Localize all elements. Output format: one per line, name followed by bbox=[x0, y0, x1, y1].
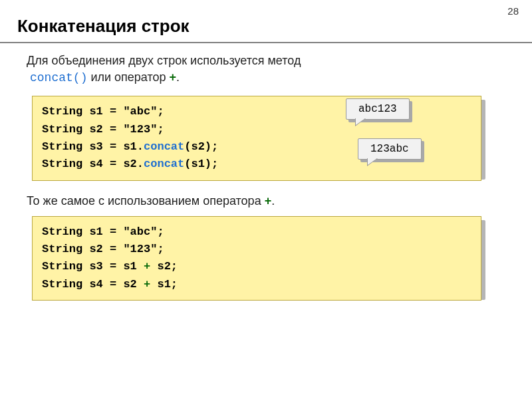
code1-l3a: String s3 = s1. bbox=[42, 140, 144, 153]
callout-1-text: abc123 bbox=[358, 103, 397, 115]
code1-l2a: String s2 = bbox=[42, 123, 123, 136]
code2-l4b: + bbox=[144, 278, 150, 291]
callout-output-2: 123abc bbox=[358, 138, 422, 160]
mid-period: . bbox=[271, 194, 275, 207]
code1-l2c: ; bbox=[157, 123, 164, 136]
code2-l3a: String s3 = s1 bbox=[42, 260, 144, 273]
page-number: 28 bbox=[507, 5, 519, 17]
slide-title: Конкатенация строк bbox=[0, 0, 532, 42]
code2-l1c: ; bbox=[157, 225, 164, 238]
mid-plus-operator: + bbox=[265, 194, 272, 207]
code2-l2c: ; bbox=[157, 243, 164, 255]
code1-l1a: String s1 = bbox=[42, 105, 123, 118]
callout-2-text: 123abc bbox=[370, 143, 409, 155]
code2-l1a: String s1 = bbox=[42, 225, 123, 238]
code2-l4c: s1; bbox=[150, 278, 178, 291]
code2-l4a: String s4 = s2 bbox=[42, 278, 144, 291]
code2-l3c: s2; bbox=[150, 260, 178, 273]
mid-text-part1: То же самое с использованием оператора bbox=[27, 194, 265, 207]
code1-l1c: ; bbox=[157, 105, 164, 118]
code1-l1b: "abc" bbox=[123, 105, 157, 118]
code2-line1: String s1 = "abc"; bbox=[42, 223, 471, 241]
callout-2-tail bbox=[368, 158, 377, 165]
intro-paragraph: Для объединения двух строк используется … bbox=[0, 53, 532, 96]
callout-1-tail bbox=[356, 118, 365, 125]
intro-period: . bbox=[176, 70, 180, 84]
callout-1-box: abc123 bbox=[346, 98, 410, 120]
code1-l3b: concat bbox=[144, 140, 184, 153]
code1-l4b: concat bbox=[144, 158, 184, 170]
code1-l4a: String s4 = s2. bbox=[42, 158, 144, 170]
intro-line1: Для объединения двух строк используется … bbox=[27, 54, 301, 67]
plus-operator: + bbox=[170, 70, 177, 84]
code2-line2: String s2 = "123"; bbox=[42, 241, 471, 258]
code2-l2a: String s2 = bbox=[42, 243, 123, 255]
code1-line2: String s2 = "123"; bbox=[42, 121, 471, 138]
code2-line3: String s3 = s1 + s2; bbox=[42, 258, 471, 275]
method-concat: concat() bbox=[30, 71, 87, 84]
callout-2-box: 123abc bbox=[358, 138, 422, 160]
code2-l2b: "123" bbox=[123, 243, 157, 255]
code-block-2-wrap: String s1 = "abc"; String s2 = "123"; St… bbox=[32, 216, 532, 301]
code2-l1b: "abc" bbox=[123, 225, 157, 238]
code-block-1-wrap: String s1 = "abc"; String s2 = "123"; St… bbox=[32, 96, 532, 180]
intro-after-method: или оператор bbox=[87, 70, 169, 84]
code-block-2: String s1 = "abc"; String s2 = "123"; St… bbox=[32, 216, 481, 301]
code1-l2b: "123" bbox=[123, 123, 157, 136]
code1-l4c: (s1); bbox=[184, 158, 218, 170]
title-underline bbox=[0, 42, 532, 43]
callout-output-1: abc123 bbox=[346, 98, 410, 120]
code2-line4: String s4 = s2 + s1; bbox=[42, 276, 471, 293]
code2-l3b: + bbox=[144, 260, 150, 273]
mid-paragraph: То же самое с использованием оператора +… bbox=[0, 192, 532, 216]
code1-l3c: (s2); bbox=[184, 140, 218, 153]
